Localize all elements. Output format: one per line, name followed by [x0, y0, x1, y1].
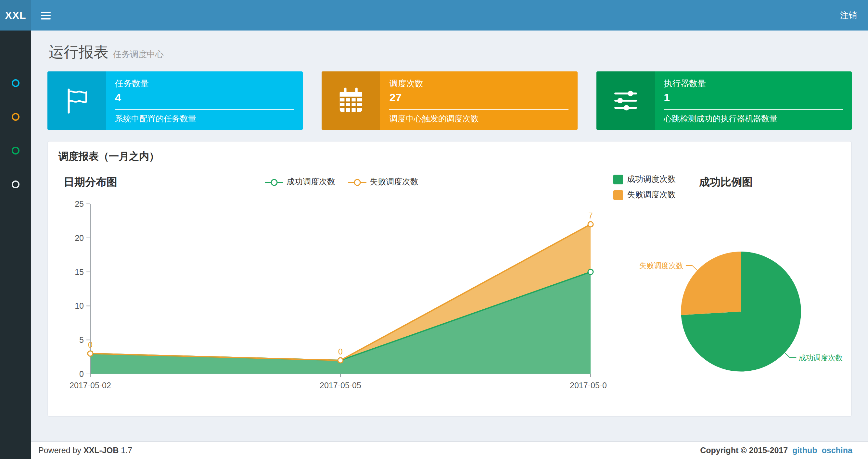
- legend-item[interactable]: 成功调度次数: [265, 176, 335, 188]
- powered-by: Powered by XXL-JOB 1.7: [38, 446, 132, 455]
- circle-icon: [12, 147, 20, 155]
- divider: [390, 109, 568, 110]
- pie-chart-header: 成功调度次数失败调度次数 成功比例图: [607, 170, 845, 201]
- panel-body: 日期分布图 成功调度次数失败调度次数 05101520252017-05-022…: [48, 166, 851, 416]
- line-legend-marker: [348, 178, 366, 186]
- pie-legend-swatch: [613, 190, 623, 200]
- legend-item[interactable]: 失败调度次数: [348, 176, 418, 188]
- info-box-title: 调度次数: [390, 78, 568, 90]
- fail-marker: [338, 358, 343, 363]
- version-text: 1.7: [121, 446, 132, 455]
- line-chart: 05101520252017-05-022017-05-052017-05-08…: [55, 194, 607, 401]
- pie-chart-title: 成功比例图: [699, 175, 753, 190]
- report-panel: 调度报表（一月之内） 日期分布图 成功调度次数失败调度次数 0510152025…: [48, 141, 852, 417]
- info-box-job-count: 任务数量 4 系统中配置的任务数量: [48, 71, 303, 130]
- info-box-title: 任务数量: [115, 78, 294, 90]
- sidebar-item-job-manage[interactable]: [0, 100, 31, 134]
- info-box-executor-count: 执行器数量 1 心跳检测成功的执行器机器数量: [596, 71, 852, 130]
- circle-icon: [12, 113, 20, 121]
- page-subtitle: 任务调度中心: [113, 50, 164, 59]
- xxl-job-dashboard: XXL 注销 运行报表任务调度中心: [0, 0, 868, 459]
- hamburger-icon: [41, 11, 50, 19]
- sidebar-item-executor[interactable]: [0, 167, 31, 201]
- copyright: Copyright © 2015-2017 github oschina: [700, 446, 852, 455]
- logout-link[interactable]: 注销: [840, 9, 857, 21]
- pie-label-line: [784, 352, 796, 357]
- sliders-icon: [596, 71, 655, 130]
- line-chart-title: 日期分布图: [64, 175, 117, 190]
- app-logo[interactable]: XXL: [0, 0, 31, 31]
- fail-data-label: 7: [588, 211, 593, 220]
- info-box-body: 调度次数 27 调度中心触发的调度次数: [380, 71, 578, 130]
- footer: Powered by XXL-JOB 1.7 Copyright © 2015-…: [31, 441, 868, 459]
- pie-chart: 成功调度次数失败调度次数: [607, 201, 845, 408]
- x-tick-label: 2017-05-08: [570, 381, 607, 390]
- info-box-body: 执行器数量 1 心跳检测成功的执行器机器数量: [655, 71, 852, 130]
- legend-label: 失败调度次数: [370, 176, 418, 188]
- info-box-row: 任务数量 4 系统中配置的任务数量: [41, 71, 858, 130]
- navbar-right: 注销: [829, 0, 868, 31]
- x-tick-label: 2017-05-05: [320, 381, 361, 390]
- info-box-value: 4: [115, 92, 294, 104]
- y-tick-label: 0: [79, 369, 84, 379]
- y-tick-label: 10: [75, 301, 84, 310]
- pie-chart-legend: 成功调度次数失败调度次数: [613, 174, 676, 201]
- y-tick-label: 5: [79, 335, 84, 345]
- info-box-body: 任务数量 4 系统中配置的任务数量: [106, 71, 303, 130]
- copyright-text: Copyright © 2015-2017: [700, 446, 788, 455]
- info-box-desc: 调度中心触发的调度次数: [390, 113, 568, 125]
- legend-label: 失败调度次数: [627, 190, 676, 201]
- fail-data-label: 0: [338, 347, 343, 356]
- circle-icon: [12, 79, 20, 87]
- success-marker: [588, 269, 593, 274]
- powered-by-text: Powered by: [38, 446, 81, 455]
- pie-label: 失败调度次数: [639, 262, 683, 270]
- flag-icon: [48, 71, 106, 130]
- info-box-title: 执行器数量: [664, 78, 843, 90]
- legend-label: 成功调度次数: [627, 174, 676, 185]
- panel-title: 调度报表（一月之内）: [48, 141, 851, 166]
- divider: [664, 109, 843, 110]
- pie-label: 成功调度次数: [799, 354, 843, 362]
- info-box-desc: 心跳检测成功的执行器机器数量: [664, 113, 843, 125]
- legend-item[interactable]: 成功调度次数: [613, 174, 676, 185]
- date-distribution-chart: 日期分布图 成功调度次数失败调度次数 05101520252017-05-022…: [55, 170, 607, 408]
- line-chart-legend: 成功调度次数失败调度次数: [265, 176, 418, 188]
- sidebar: [0, 31, 31, 459]
- top-navbar: XXL 注销: [0, 0, 868, 31]
- pie-legend-swatch: [613, 175, 623, 185]
- github-link[interactable]: github: [792, 446, 817, 455]
- y-tick-label: 15: [75, 267, 84, 276]
- circle-icon: [12, 181, 20, 188]
- x-tick-label: 2017-05-02: [69, 381, 111, 390]
- sidebar-item-dashboard[interactable]: [0, 66, 31, 100]
- main-content: 运行报表任务调度中心 任务数量 4 系统中配置的任务数量: [31, 31, 868, 441]
- legend-label: 成功调度次数: [286, 176, 335, 188]
- calendar-icon: [322, 71, 380, 130]
- fail-marker: [88, 351, 93, 356]
- pie-label-line: [686, 265, 698, 271]
- brand-name: XXL-JOB: [84, 446, 119, 455]
- y-tick-label: 25: [75, 199, 84, 208]
- info-box-desc: 系统中配置的任务数量: [115, 113, 294, 125]
- info-box-trigger-count: 调度次数 27 调度中心触发的调度次数: [322, 71, 578, 130]
- success-ratio-chart: 成功调度次数失败调度次数 成功比例图 成功调度次数失败调度次数: [607, 170, 845, 408]
- divider: [115, 109, 294, 110]
- info-box-value: 1: [664, 92, 843, 104]
- sidebar-item-job-log[interactable]: [0, 134, 31, 167]
- pie-slice[interactable]: [681, 252, 741, 315]
- page-title: 运行报表: [49, 43, 108, 60]
- info-box-value: 27: [390, 92, 568, 104]
- legend-item[interactable]: 失败调度次数: [613, 190, 676, 201]
- fail-data-label: 0: [88, 340, 93, 349]
- y-tick-label: 20: [75, 233, 84, 242]
- line-legend-marker: [265, 178, 283, 186]
- line-chart-header: 日期分布图 成功调度次数失败调度次数: [55, 174, 607, 194]
- oschina-link[interactable]: oschina: [822, 446, 853, 455]
- sidebar-toggle-button[interactable]: [31, 0, 60, 31]
- page-header: 运行报表任务调度中心: [41, 36, 858, 71]
- fail-marker: [588, 222, 593, 227]
